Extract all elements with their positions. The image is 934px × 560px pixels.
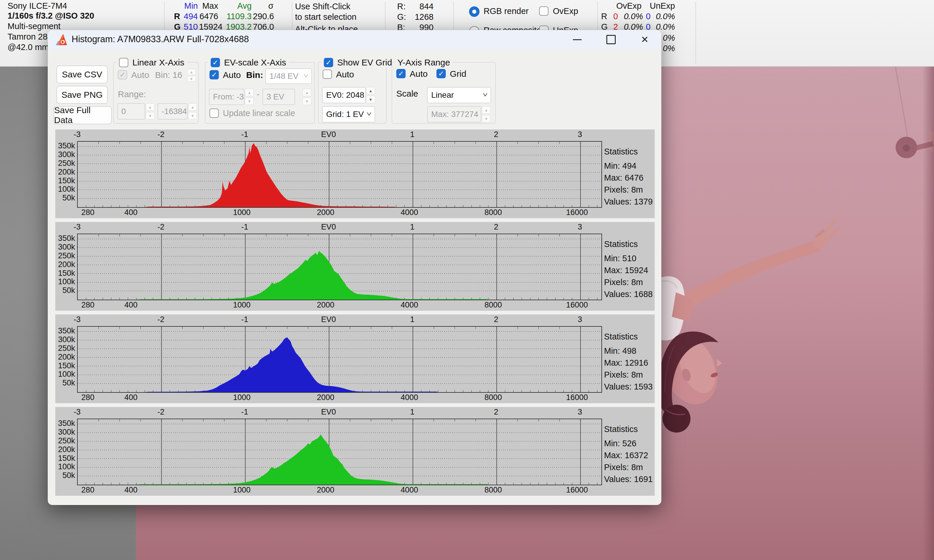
ev-axis-label: EV0: [321, 130, 336, 139]
show-ev-grid-checkbox[interactable]: ✓: [324, 58, 333, 67]
ev-auto-checkbox[interactable]: ✓: [209, 70, 219, 79]
ev-axis-label: -2: [157, 315, 165, 324]
ev0-stepper[interactable]: ▲▼: [366, 87, 375, 103]
y-max-spin[interactable]: Max: 377274: [427, 106, 481, 123]
y-axis-label: 200k: [55, 352, 75, 362]
raw-axis-label: 16000: [566, 393, 588, 402]
ev-to-spin[interactable]: 3 EV: [262, 89, 295, 105]
ev-grid-auto-checkbox[interactable]: [323, 69, 332, 79]
histogram-panel-green2-channel: -3-2-1EV0123350k300k250k200k150k100k50k2…: [55, 407, 655, 496]
ev-axis-label: -1: [241, 130, 248, 139]
y-axis-range-label: Y-Axis Range: [397, 58, 450, 68]
exp-fragment-b: 0%: [663, 33, 675, 43]
save-png-button[interactable]: Save PNG: [57, 86, 108, 104]
ev-bin-combo[interactable]: 1/48 EV˅: [265, 68, 312, 84]
ev-to-stepper[interactable]: ▲▼: [303, 89, 311, 105]
photo-right-shadow: [922, 66, 934, 560]
update-linear-scale-checkbox[interactable]: [209, 109, 219, 118]
raw-axis-label: 280: [81, 393, 94, 402]
ev-axis-label: -3: [74, 315, 81, 324]
group-y-axis-range: Y-Axis Range ✓ Auto ✓ Grid Scale Linear˅…: [392, 62, 496, 124]
y-axis-label: 300k: [55, 243, 75, 252]
histogram-panel-green-channel: -3-2-1EV0123350k300k250k200k150k100k50k2…: [55, 222, 655, 311]
statistics-line: Max: 16372: [604, 449, 652, 462]
minmax-value: 494: [179, 12, 198, 21]
titlebar[interactable]: Histogram: A7M09833.ARW Full-7028x4688 ✕: [48, 30, 662, 49]
raw-axis-label: 1000: [233, 486, 251, 495]
minimize-button[interactable]: [562, 30, 592, 49]
histogram-plot-red-channel[interactable]: [77, 141, 602, 208]
raw-axis-label: 400: [124, 393, 137, 402]
y-max-stepper[interactable]: ▲▼: [482, 106, 491, 123]
linear-range-to-stepper[interactable]: ▲▼: [188, 103, 197, 120]
raw-axis-label: 4000: [401, 486, 418, 495]
statistics-line: Max: 12916: [604, 357, 652, 369]
y-grid-checkbox[interactable]: ✓: [437, 69, 446, 78]
rgb-render-radio[interactable]: [469, 6, 480, 17]
maximize-button[interactable]: [596, 30, 626, 49]
group-ev-scale-x-axis: ✓ EV-scale X-Axis ✓ Auto Bin: 1/48 EV˅ F…: [205, 62, 315, 124]
y-auto-checkbox[interactable]: ✓: [396, 69, 406, 78]
linear-range-to[interactable]: -16384: [157, 103, 188, 120]
linear-range-from[interactable]: 0: [117, 103, 145, 120]
linear-auto-checkbox[interactable]: ✓: [118, 70, 127, 79]
ev-from-stepper[interactable]: ▲▼: [245, 89, 254, 105]
linear-x-axis-checkbox[interactable]: [119, 58, 128, 67]
chevron-down-icon: ˅: [366, 111, 372, 118]
scale-combo[interactable]: Linear˅: [427, 87, 491, 103]
y-axis-label: 150k: [55, 454, 75, 463]
ev-axis-label: 1: [410, 130, 414, 139]
ev-axis-label: -1: [241, 315, 248, 324]
linear-x-axis-label: Linear X-Axis: [132, 58, 184, 68]
ev-axis-label: 2: [494, 408, 498, 417]
raw-axis-label: 2000: [317, 300, 334, 309]
raw-axis-label: 8000: [485, 208, 502, 217]
histogram-window: Histogram: A7M09833.ARW Full-7028x4688 ✕…: [48, 30, 662, 505]
statistics-line: Min: 494: [604, 160, 652, 172]
y-axis-label: 150k: [55, 361, 75, 370]
linear-auto-label: Auto: [131, 70, 149, 80]
exp-header: OvExp: [609, 1, 642, 11]
show-ev-grid-label: Show EV Grid: [337, 58, 392, 68]
save-full-data-button[interactable]: Save Full Data: [54, 106, 112, 124]
rawdigger-icon: [55, 33, 68, 46]
raw-axis-label: 4000: [401, 300, 418, 309]
histogram-plot-green-channel[interactable]: [77, 234, 602, 300]
ev-axis-label: -3: [74, 130, 81, 139]
raw-axis-label: 8000: [485, 393, 502, 402]
camera-lens: Tamron 28-: [8, 32, 50, 42]
statistics-line: Min: 498: [604, 345, 652, 357]
statistics-block: StatisticsMin: 498Max: 12916Pixels: 8mVa…: [604, 331, 652, 393]
linear-range-from-stepper[interactable]: ▲▼: [146, 103, 154, 120]
ev0-spin[interactable]: EV0: 2048: [322, 87, 366, 103]
ev-axis-label: -2: [157, 408, 165, 417]
y-axis-label: 350k: [55, 142, 75, 151]
ev-axis-label: -1: [241, 223, 248, 232]
statistics-line: Values: 1593: [604, 381, 652, 393]
ovexp-label: OvExp: [553, 6, 578, 16]
ev-axis-label: 3: [577, 408, 582, 417]
save-csv-button[interactable]: Save CSV: [57, 65, 108, 83]
y-grid-label: Grid: [450, 69, 466, 79]
ev-axis-label: -3: [74, 223, 81, 232]
statistics-line: Max: 15924: [604, 265, 652, 276]
ev-scale-checkbox[interactable]: ✓: [211, 58, 220, 67]
grid-step-combo[interactable]: Grid: 1 EV˅: [322, 106, 375, 123]
y-axis-label: 200k: [55, 168, 75, 177]
statistics-line: Min: 526: [604, 437, 652, 449]
close-button[interactable]: ✕: [630, 30, 660, 49]
camera-focal: @42.0 mm: [8, 43, 49, 52]
ev-scale-label: EV-scale X-Axis: [224, 58, 286, 68]
ev-from-spin[interactable]: From: -3: [209, 89, 245, 105]
ovexp-checkbox[interactable]: [539, 6, 548, 16]
y-axis-label: 250k: [55, 251, 75, 260]
linear-bin-stepper[interactable]: ▲▼: [187, 69, 196, 82]
histogram-plot-green2-channel[interactable]: [77, 418, 602, 485]
statistics-line: Pixels: 8m: [604, 276, 652, 288]
minmax-value: 1109.3: [219, 12, 252, 21]
histogram-plot-blue-channel[interactable]: [77, 326, 602, 393]
exp-ov-pct: 0.0%: [621, 12, 643, 21]
ev-axis-label: 2: [494, 315, 498, 324]
y-axis-label: 100k: [55, 462, 75, 471]
ev-axis-label: -1: [241, 408, 248, 417]
